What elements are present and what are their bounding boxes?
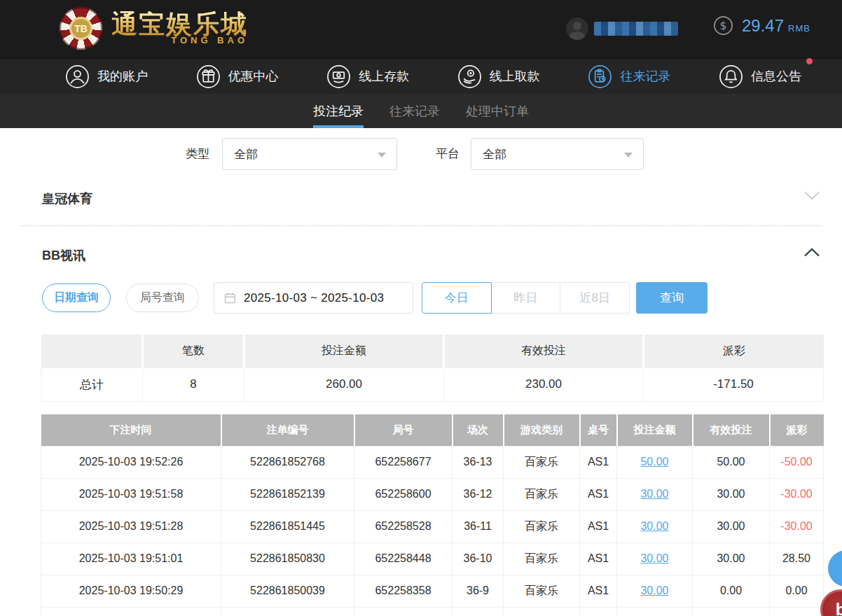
- payout-cell: 0.00: [770, 575, 824, 607]
- nav-label: 线上取款: [490, 68, 540, 85]
- table-id-cell: AS1: [580, 446, 617, 478]
- order-id-cell: 522861852768: [221, 446, 354, 478]
- brand-logo[interactable]: TB 通宝娱乐城 TONG BAO: [60, 7, 248, 50]
- nav-item-announcements[interactable]: 信息公告: [719, 64, 801, 89]
- order-id-cell: 522861850039: [221, 575, 354, 607]
- tab-bet-records[interactable]: 投注纪录: [313, 94, 364, 128]
- records-icon: [588, 64, 612, 89]
- chip-monogram: TB: [69, 17, 92, 40]
- table-row: 2025-10-03 19:50:29 522861850039 6522583…: [41, 575, 824, 607]
- summary-valid-bet: 230.00: [444, 368, 644, 401]
- floating-service-button[interactable]: [828, 550, 842, 587]
- table-row: 2025-10-03 19:51:58 522861852139 6522586…: [41, 478, 824, 510]
- table-row: 2025-10-03 19:51:28 522861851445 6522585…: [41, 510, 824, 542]
- withdraw-icon: [457, 64, 482, 89]
- yesterday-button[interactable]: 昨日: [492, 282, 561, 314]
- order-id-cell: 522861850830: [221, 542, 354, 575]
- nav-item-promotions[interactable]: 优惠中心: [196, 64, 279, 89]
- header-bet-amount: 投注金额: [617, 414, 693, 446]
- round-query-button[interactable]: 局号查询: [126, 284, 199, 312]
- header-round-id: 局号: [354, 414, 453, 446]
- bet-time-cell: 2025-10-03 19:51:28: [41, 510, 221, 542]
- platform-select-value: 全部: [483, 146, 506, 162]
- calendar-icon: [224, 292, 236, 304]
- payout-cell: -30.00: [770, 478, 824, 510]
- notification-dot: [806, 58, 813, 64]
- header-session: 场次: [453, 414, 504, 446]
- main-nav: 我的账户 优惠中心 线上存款 线上取款 往来记录: [0, 58, 842, 94]
- session-cell: 36-12: [453, 478, 504, 510]
- bet-time-cell: 2025-10-03 19:52:26: [41, 446, 221, 478]
- today-button[interactable]: 今日: [422, 282, 492, 314]
- game-type-cell: 百家乐: [504, 510, 580, 542]
- last-8-days-button[interactable]: 近8日: [560, 282, 630, 314]
- bet-table-body: 2025-10-03 19:52:26 522861852768 6522586…: [41, 446, 824, 607]
- nav-label: 线上存款: [359, 68, 409, 85]
- balance-amount: 29.47: [742, 16, 784, 36]
- summary-count: 8: [143, 368, 244, 401]
- summary-header-row: 笔数 投注金额 有效投注 派彩: [41, 335, 824, 368]
- bet-time-cell: 2025-10-03 19:51:58: [41, 478, 221, 510]
- valid-bet-cell: 30.00: [693, 510, 770, 542]
- tab-transaction-records[interactable]: 往来记录: [389, 94, 440, 128]
- order-id-cell: 522861852139: [221, 478, 354, 510]
- payout-cell: -50.00: [770, 446, 824, 478]
- bet-table-header-row: 下注时间 注单编号 局号 场次 游戏类别 桌号 投注金额 有效投注 派彩: [41, 414, 824, 446]
- game-type-cell: 百家乐: [504, 446, 580, 478]
- type-filter-label: 类型: [186, 146, 209, 162]
- platform-select[interactable]: 全部: [471, 138, 644, 170]
- search-button[interactable]: 查询: [636, 282, 708, 314]
- summary-header-count: 笔数: [143, 335, 244, 368]
- nav-item-my-account[interactable]: 我的账户: [65, 64, 148, 89]
- brand-subtitle: TONG BAO: [111, 35, 248, 46]
- bet-amount-cell: 30.00: [617, 510, 693, 542]
- bet-amount-link[interactable]: 30.00: [640, 552, 668, 564]
- date-query-button[interactable]: 日期查询: [42, 284, 111, 312]
- session-cell: 36-10: [453, 542, 504, 575]
- chevron-up-icon[interactable]: [804, 248, 820, 257]
- chevron-down-icon: [624, 153, 633, 158]
- payout-cell: -30.00: [770, 510, 824, 542]
- bet-amount-link[interactable]: 30.00: [640, 584, 668, 596]
- username-redacted: [594, 22, 678, 36]
- brand-title: 通宝娱乐城: [111, 11, 248, 37]
- gift-icon: [196, 64, 221, 89]
- header-table-id: 桌号: [580, 414, 617, 446]
- summary-header-bet-amount: 投注金额: [244, 335, 444, 368]
- header-valid-bet: 有效投注: [693, 414, 770, 446]
- bet-amount-link[interactable]: 50.00: [640, 456, 668, 468]
- section-title-crown-sports: 皇冠体育: [42, 190, 92, 207]
- nav-item-withdraw[interactable]: 线上取款: [457, 64, 540, 89]
- nav-item-deposit[interactable]: 线上存款: [326, 64, 409, 89]
- table-id-cell: AS1: [580, 542, 617, 575]
- table-id-cell: AS1: [580, 575, 617, 607]
- user-icon: [65, 64, 90, 89]
- header-payout: 派彩: [770, 414, 824, 446]
- round-id-cell: 652258600: [354, 478, 453, 510]
- valid-bet-cell: 0.00: [693, 575, 770, 607]
- summary-total-row: 总计 8 260.00 230.00 -171.50: [41, 368, 824, 401]
- bet-amount-link[interactable]: 30.00: [640, 520, 668, 532]
- bet-amount-link[interactable]: 30.00: [640, 488, 668, 500]
- game-type-cell: 百家乐: [504, 575, 580, 607]
- summary-payout: -171.50: [644, 368, 824, 401]
- nav-item-transaction-records[interactable]: 往来记录: [588, 64, 670, 89]
- chevron-down-icon[interactable]: [804, 191, 820, 200]
- summary-bet-amount: 260.00: [244, 368, 444, 401]
- tab-pending-orders[interactable]: 处理中订单: [466, 94, 529, 128]
- summary-total-label: 总计: [41, 368, 143, 401]
- type-select[interactable]: 全部: [222, 138, 397, 170]
- nav-label: 我的账户: [97, 68, 148, 85]
- top-header: TB 通宝娱乐城 TONG BAO $ 29.47 RMB: [0, 0, 842, 58]
- valid-bet-cell: 30.00: [693, 542, 770, 575]
- bell-icon: [719, 64, 743, 89]
- table-row: 2025-10-03 19:52:26 522861852768 6522586…: [41, 446, 824, 478]
- bet-records-table: 下注时间 注单编号 局号 场次 游戏类别 桌号 投注金额 有效投注 派彩 202…: [41, 414, 824, 616]
- nav-label: 往来记录: [620, 68, 670, 85]
- nav-label: 优惠中心: [228, 68, 279, 85]
- chevron-down-icon: [378, 153, 386, 158]
- balance-display: $ 29.47 RMB: [713, 15, 810, 36]
- date-range-input[interactable]: 2025-10-03 ~ 2025-10-03: [214, 282, 413, 314]
- type-select-value: 全部: [234, 146, 258, 162]
- order-id-cell: 522861851445: [221, 510, 354, 542]
